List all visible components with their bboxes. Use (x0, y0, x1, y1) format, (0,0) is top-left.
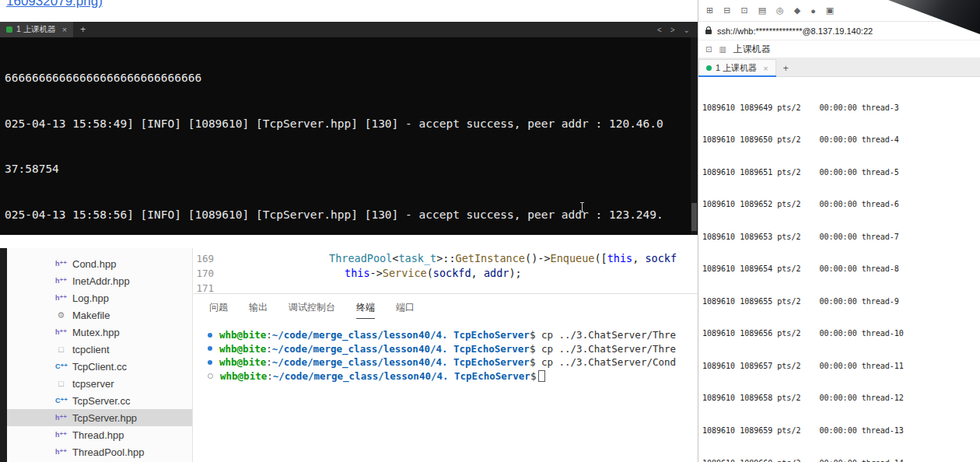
hpp-file-icon: h⁺⁺ (55, 448, 67, 456)
tab-terminal[interactable]: 终端 (356, 301, 375, 319)
log-line: 025-04-13 15:58:56] [INFO] [1089610] [Tc… (5, 208, 693, 223)
file-item-selected[interactable]: h⁺⁺ TcpServer.hpp (7, 409, 192, 426)
integrated-terminal[interactable]: whb@bite:~/code/merge_class/lesson40/4. … (194, 319, 698, 383)
file-item[interactable]: h⁺⁺ Cond.hpp (7, 255, 192, 272)
ssh-terminal-output[interactable]: 1089610 1089649 pts/2 00:00:00 thread-3 … (698, 77, 980, 462)
scroll-tabs-right-icon[interactable]: > (670, 26, 675, 34)
file-name: Log.hpp (72, 292, 109, 304)
ps-line: 1089610 1089649 pts/2 00:00:00 thread-3 (702, 103, 980, 114)
log-line: 37:58754 (5, 162, 693, 177)
sessions-icon: ▥ (719, 45, 726, 54)
terminal-scrollbar[interactable] (691, 37, 698, 235)
file-item[interactable]: h⁺⁺ ThreadPool.hpp (7, 443, 192, 460)
file-item[interactable]: ⚙ Makefile (7, 306, 192, 324)
file-name: tcpclient (72, 344, 110, 355)
line-number: 169 (194, 251, 214, 266)
tab-classroom-machine[interactable]: 1 上课机器 × (698, 59, 776, 76)
command-decoration-icon[interactable] (208, 373, 213, 379)
record-icon[interactable]: ● (810, 6, 816, 16)
local-terminal-window: 1 上课机器 × + < > ⌄ 66666666666666666666666… (0, 22, 698, 235)
hpp-file-icon: h⁺⁺ (55, 294, 67, 302)
tab-label: 1 上课机器 (16, 24, 56, 35)
hpp-file-icon: h⁺⁺ (55, 277, 67, 285)
hpp-file-icon: h⁺⁺ (55, 328, 67, 336)
scroll-tabs-left-icon[interactable]: < (657, 26, 662, 34)
image-link[interactable]: 160932079.png) (6, 0, 103, 9)
command-decoration-icon[interactable] (208, 333, 212, 338)
search-icon[interactable]: ◎ (776, 5, 784, 16)
makefile-icon: ⚙ (55, 310, 67, 320)
code-editor[interactable]: 169 ThreadPool<task_t>::GetInstance()->E… (194, 248, 698, 293)
file-name: TcpClient.cc (72, 361, 127, 373)
file-item[interactable]: h⁺⁺ Thread.hpp (7, 426, 192, 443)
cpp-file-icon: C⁺⁺ (55, 397, 67, 404)
file-name: InetAddr.hpp (72, 275, 130, 287)
plain-file-icon: □ (55, 345, 67, 354)
session-name: 上课机器 (733, 43, 771, 56)
tab-label: 1 上课机器 (716, 62, 757, 74)
command-decoration-icon[interactable] (208, 346, 212, 351)
new-session-icon[interactable]: ⊞ (706, 5, 713, 16)
file-name: Thread.hpp (72, 429, 124, 441)
monitor-icon: ⊡ (705, 45, 712, 54)
layout-icon[interactable]: ⊡ (740, 5, 747, 16)
file-name: Cond.hpp (72, 258, 116, 270)
tab-classroom-machine[interactable]: 1 上课机器 × (0, 22, 73, 37)
file-item[interactable]: C⁺⁺ TcpClient.cc (7, 358, 192, 375)
file-item[interactable]: □ tcpserver (7, 375, 192, 392)
hpp-file-icon: h⁺⁺ (55, 260, 67, 268)
plain-file-icon: □ (55, 379, 67, 388)
file-item[interactable]: h⁺⁺ Mutex.hpp (7, 324, 192, 341)
ps-line: 1089610 1089660 pts/2 00:00:00 thread-14 (702, 458, 980, 462)
prompt-line: whb@bite:~/code/merge_class/lesson40/4. … (208, 355, 698, 369)
lock-icon (705, 30, 712, 34)
code-line: 170 this->Service(sockfd, addr); (194, 266, 698, 281)
file-name: TcpServer.hpp (72, 412, 137, 424)
ps-line: 1089610 1089657 pts/2 00:00:00 thread-11 (702, 361, 980, 372)
terminal-output-area[interactable]: 66666666666666666666666666666 025-04-13 … (0, 37, 698, 235)
duplicate-session-icon[interactable]: ⊟ (723, 5, 730, 16)
mouse-text-cursor-icon (582, 202, 583, 212)
ps-line: 1089610 1089659 pts/2 00:00:00 thread-13 (702, 425, 980, 436)
cpp-file-icon: C⁺⁺ (55, 362, 67, 370)
tab-list-chevron-icon[interactable]: ⌄ (684, 26, 690, 34)
session-list-icon[interactable]: ▤ (758, 5, 766, 16)
tab-close-icon[interactable]: × (62, 25, 67, 34)
file-name: ThreadPool.hpp (72, 446, 145, 458)
hpp-file-icon: h⁺⁺ (55, 414, 67, 422)
prompt-line: whb@bite:~/code/merge_class/lesson40/4. … (208, 369, 698, 383)
address-bar[interactable]: ssh://whb:**************@8.137.19.140:22 (698, 22, 980, 40)
terminal-cursor (538, 370, 545, 382)
file-item[interactable]: C⁺⁺ TcpServer.cc (7, 392, 192, 409)
ssh-tabbar: 1 上课机器 × + (698, 58, 980, 77)
session-row[interactable]: ⊡ ▥ 上课机器 (698, 40, 980, 58)
session-status-icon (6, 26, 12, 33)
file-name: tcpserver (72, 378, 114, 390)
file-item[interactable]: h⁺⁺ InetAddr.hpp (7, 272, 192, 289)
transfer-icon[interactable]: ◆ (794, 5, 800, 16)
log-line: 66666666666666666666666666666 (5, 71, 693, 86)
ssh-client-panel: ⊞ ⊟ ⊡ ▤ ◎ ◆ ● ▣ ssh://whb:**************… (698, 0, 980, 462)
ps-line: 1089610 1089651 pts/2 00:00:00 thread-5 (702, 167, 980, 178)
new-tab-button[interactable]: + (73, 22, 93, 37)
ssh-address: ssh://whb:**************@8.137.19.140:22 (717, 26, 873, 36)
vscode-window: h⁺⁺ Cond.hpp h⁺⁺ InetAddr.hpp h⁺⁺ Log.hp… (0, 248, 698, 462)
file-item[interactable]: h⁺⁺ Log.hpp (7, 289, 192, 306)
new-tab-button[interactable]: + (776, 60, 796, 76)
settings-icon[interactable]: ▣ (826, 5, 834, 16)
tab-ports[interactable]: 端口 (396, 301, 415, 319)
tab-output[interactable]: 输出 (249, 301, 268, 319)
command-decoration-icon[interactable] (208, 360, 212, 365)
file-item[interactable]: □ tcpclient (7, 341, 192, 358)
tabbar-controls: < > ⌄ (657, 22, 698, 37)
tab-debug-console[interactable]: 调试控制台 (289, 301, 335, 319)
ps-line: 1089610 1089655 pts/2 00:00:00 thread-9 (702, 296, 980, 307)
tab-problems[interactable]: 问题 (209, 301, 228, 319)
ps-line: 1089610 1089654 pts/2 00:00:00 thread-8 (702, 264, 980, 275)
file-name: Mutex.hpp (72, 327, 120, 338)
scrollbar-thumb[interactable] (691, 203, 697, 231)
ps-line: 1089610 1089656 pts/2 00:00:00 thread-10 (702, 328, 980, 339)
line-number: 171 (194, 281, 214, 293)
tab-close-icon[interactable]: × (763, 64, 768, 73)
prompt-line: whb@bite:~/code/merge_class/lesson40/4. … (208, 328, 698, 342)
